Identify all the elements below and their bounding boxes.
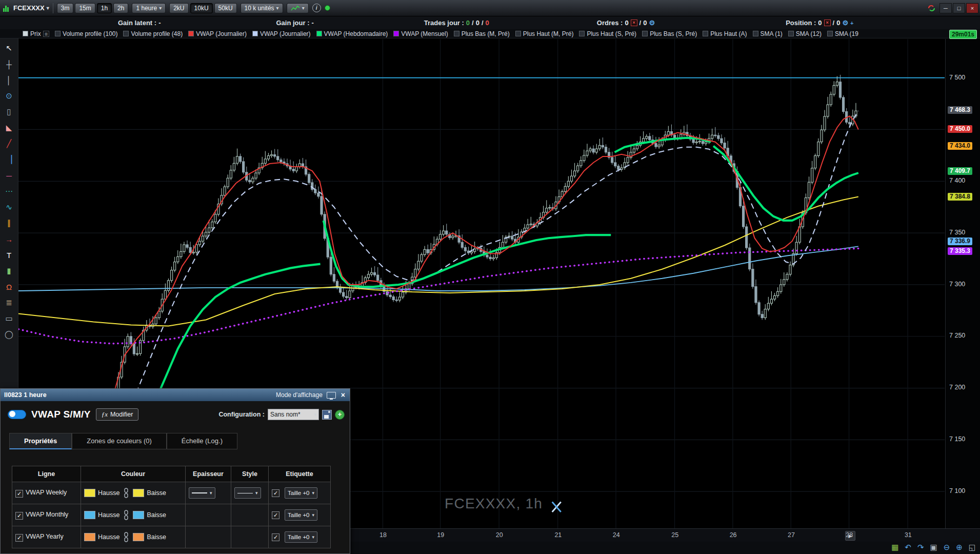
label-size-select[interactable]: Taille +0▾ <box>285 531 317 543</box>
link-colors-icon[interactable] <box>123 532 129 542</box>
zoom-tool-icon[interactable]: ⊙ <box>3 90 16 102</box>
redo-icon[interactable]: ↷ <box>917 543 924 552</box>
fibonacci-tool-icon[interactable]: ≣ <box>3 297 16 308</box>
line-enabled-checkbox[interactable] <box>15 512 23 520</box>
add-configuration-icon[interactable]: + <box>335 410 345 420</box>
fit-screen-icon[interactable]: ◱ <box>969 543 976 552</box>
thickness-select[interactable]: ▾ <box>189 487 215 499</box>
label-size-select[interactable]: Taille +0▾ <box>285 487 317 499</box>
minimize-button[interactable]: ─ <box>939 3 952 13</box>
zoom-out-icon[interactable]: ⊖ <box>944 543 950 552</box>
vertical-line-tool-icon[interactable]: │ <box>3 74 16 86</box>
zoom-in-icon[interactable]: ⊕ <box>956 543 963 552</box>
crosshair-tool-icon[interactable]: ┼ <box>3 58 16 70</box>
magnet-tool-icon[interactable]: Ω <box>3 281 16 292</box>
close-button[interactable]: × <box>966 3 978 13</box>
indicator-toggle-13[interactable]: SMA (12) <box>788 30 822 37</box>
indicator-toggle-10[interactable]: Plus Bas (S, Pré) <box>642 30 697 37</box>
display-mode-icon[interactable] <box>327 392 336 399</box>
ellipse-tool-icon[interactable]: ◯ <box>3 329 16 340</box>
tab-echelle[interactable]: Échelle (Log.) <box>167 433 237 449</box>
quantity-button-50kU[interactable]: 50kU <box>214 3 237 13</box>
orders-settings-gear-icon[interactable]: ⚙ <box>649 19 655 27</box>
indicator-swatch <box>827 31 833 36</box>
close-position-icon[interactable]: × <box>824 19 831 26</box>
channel-tool-icon[interactable]: ∥ <box>3 217 16 229</box>
data-table-icon[interactable]: ▦ <box>891 543 898 552</box>
tab-proprietes[interactable]: Propriétés <box>9 433 72 449</box>
modify-button[interactable]: ƒx Modifier <box>96 408 139 421</box>
hausse-color-swatch[interactable] <box>84 533 95 541</box>
configuration-select[interactable]: Sans nom* ▾ <box>268 409 319 420</box>
price-axis[interactable]: 7 5007 4007 3507 3007 2507 2007 1507 100… <box>945 39 980 528</box>
indicator-toggle-1[interactable]: Volume profile (100) <box>55 30 117 37</box>
quantity-button-10kU[interactable]: 10kU <box>190 3 213 13</box>
cancel-orders-icon[interactable]: × <box>631 19 637 26</box>
indicator-toggle-7[interactable]: Plus Bas (M, Pré) <box>454 30 510 37</box>
horizontal-ray-tool-icon[interactable]: ─ <box>3 170 16 181</box>
dialog-close-icon[interactable]: × <box>340 391 346 399</box>
indicator-toggle-0[interactable]: Prix≡ <box>23 30 49 37</box>
quantity-button-2kU[interactable]: 2kU <box>169 3 188 13</box>
indicator-toggle-11[interactable]: Plus Haut (A) <box>703 30 747 37</box>
pattern-tool-icon[interactable]: ▮ <box>3 265 16 276</box>
dotted-line-tool-icon[interactable]: ⋯ <box>3 186 16 197</box>
timeframe-button-2h[interactable]: 2h <box>113 3 128 13</box>
pointer-tool-icon[interactable]: ↖ <box>3 43 16 54</box>
date-label: 27 <box>788 531 795 539</box>
indicator-toggle-2[interactable]: Volume profile (48) <box>123 30 183 37</box>
sync-status-icon[interactable] <box>927 4 936 12</box>
link-colors-icon[interactable] <box>123 510 129 520</box>
eraser-tool-icon[interactable]: ◣ <box>3 122 16 133</box>
save-configuration-icon[interactable] <box>322 410 332 420</box>
curve-tool-icon[interactable]: ∿ <box>3 202 16 213</box>
label-size-select[interactable]: Taille +0▾ <box>285 509 317 521</box>
line-enabled-checkbox[interactable] <box>15 490 23 498</box>
indicator-toggle-12[interactable]: SMA (1) <box>753 30 783 37</box>
line-style-select[interactable]: ▾ <box>234 487 261 499</box>
timeframe-select[interactable]: 1 heure ▾ <box>132 3 166 13</box>
baisse-color-swatch[interactable] <box>133 511 144 519</box>
link-colors-icon[interactable] <box>123 488 129 498</box>
baisse-color-swatch[interactable] <box>133 489 144 497</box>
indicator-enabled-toggle[interactable] <box>8 410 26 419</box>
timeframe-button-3m[interactable]: 3m <box>57 3 74 13</box>
indicator-toggle-9[interactable]: Plus Haut (S, Pré) <box>579 30 636 37</box>
trendline-tool-icon[interactable]: ╱ <box>3 138 16 149</box>
rectangle-tool-icon[interactable]: ▭ <box>3 313 16 324</box>
dialog-title-bar[interactable]: ll0823 1 heure Mode d'affichage × <box>1 389 350 401</box>
timeframe-button-1h[interactable]: 1h <box>97 3 112 13</box>
baisse-color-swatch[interactable] <box>133 533 144 541</box>
line-enabled-checkbox[interactable] <box>15 534 23 542</box>
indicator-toggle-5[interactable]: VWAP (Hebdomadaire) <box>316 30 388 37</box>
hausse-color-swatch[interactable] <box>84 489 95 497</box>
quantity-select[interactable]: 10 k unités ▾ <box>241 3 283 13</box>
chart-type-button[interactable]: ▾ <box>287 3 309 13</box>
trash-tool-icon[interactable]: ▯ <box>3 106 16 117</box>
screenshot-icon[interactable]: ▣ <box>930 543 937 552</box>
tab-zones-de-couleurs[interactable]: Zones de couleurs (0) <box>72 433 166 449</box>
position-settings-gear-icon[interactable]: ⚙ <box>842 19 848 27</box>
add-position-setting-icon[interactable]: + <box>850 20 853 26</box>
segment-tool-icon[interactable]: ▕ <box>3 154 16 165</box>
indicator-toggle-6[interactable]: VWAP (Mensuel) <box>393 30 448 37</box>
maximize-button[interactable]: □ <box>953 3 965 13</box>
date-label: 26 <box>730 531 737 539</box>
timeframe-button-15m[interactable]: 15m <box>75 3 95 13</box>
info-icon[interactable]: i <box>312 4 321 12</box>
indicator-toggle-14[interactable]: SMA (19 <box>827 30 858 37</box>
label-enabled-checkbox[interactable] <box>272 533 279 541</box>
text-tool-icon[interactable]: T <box>3 249 16 261</box>
symbol-select[interactable]: FCEXXXX ▾ <box>13 4 49 12</box>
indicator-toggle-4[interactable]: VWAP (Journalier) <box>252 30 311 37</box>
indicator-swatch <box>55 31 61 36</box>
undo-icon[interactable]: ↶ <box>905 543 911 552</box>
label-enabled-checkbox[interactable] <box>272 511 279 519</box>
indicator-toggle-8[interactable]: Plus Haut (M, Pré) <box>515 30 574 37</box>
hausse-color-swatch[interactable] <box>84 511 95 519</box>
indicator-swatch <box>454 31 459 36</box>
arrow-tool-icon[interactable]: → <box>3 233 16 245</box>
label-enabled-checkbox[interactable] <box>272 489 279 497</box>
indicator-toggle-3[interactable]: VWAP (Journalier) <box>188 30 247 37</box>
price-menu-icon[interactable]: ≡ <box>43 31 49 37</box>
